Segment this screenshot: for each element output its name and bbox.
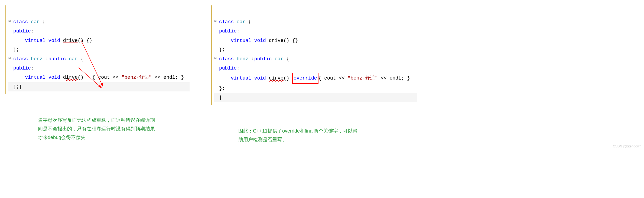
kw-public: public <box>254 56 272 62</box>
type-car: car <box>275 56 283 62</box>
right-panel: ⊟class car { public: virtual void drive(… <box>211 5 417 144</box>
kw-void: void <box>254 38 266 43</box>
kw-public: public <box>13 65 31 71</box>
fold-icon: ⊟ <box>8 54 13 62</box>
annotation-line: 因此：C++11提供了override和final两个关键字，可以帮 <box>238 127 390 135</box>
watermark: CSDN @biter down <box>613 144 641 148</box>
type-benz: benz <box>237 56 248 62</box>
string-literal: "benz-舒适" <box>122 75 152 80</box>
kw-virtual: virtual <box>25 38 45 43</box>
string-literal: "benz-舒适" <box>348 75 378 81</box>
type-benz: benz <box>31 56 43 62</box>
annotation-line: 助用户检测是否重写。 <box>238 135 390 144</box>
right-annotation: 因此：C++11提供了override和final两个关键字，可以帮 助用户检测… <box>238 127 390 144</box>
kw-class: class <box>13 19 28 25</box>
left-annotation: 名字母次序写反而无法构成重载，而这种错误在编译期 间是不会报出的，只有在程序运行… <box>38 116 168 142</box>
kw-class: class <box>219 19 234 25</box>
fn-drive: drive() {} <box>269 38 298 43</box>
fold-icon: ⊟ <box>214 54 219 62</box>
close-brace: }; <box>219 86 225 91</box>
kw-void: void <box>48 75 60 80</box>
main-container: ⊟class car { public: virtual void drive(… <box>5 5 639 144</box>
kw-void: void <box>254 75 266 81</box>
left-panel: ⊟class car { public: virtual void drive(… <box>5 5 190 142</box>
fn-dirve: dirve <box>63 75 78 80</box>
annotation-line: 名字母次序写反而无法构成重载，而这种错误在编译期 <box>38 116 168 124</box>
annotation-line: 才来debug会得不偿失 <box>38 133 168 142</box>
kw-void: void <box>48 38 60 43</box>
kw-override: override <box>294 75 317 81</box>
kw-class: class <box>219 56 234 62</box>
override-highlight: override <box>292 73 318 84</box>
type-car: car <box>69 56 77 62</box>
cursor: | <box>219 95 222 100</box>
kw-class: class <box>13 56 28 62</box>
kw-public: public <box>48 56 66 62</box>
left-code-block: ⊟class car { public: virtual void drive(… <box>5 5 190 94</box>
close-brace: }; <box>13 84 19 90</box>
kw-virtual: virtual <box>231 75 251 81</box>
cursor: | <box>19 84 22 90</box>
fn-drive: drive <box>63 38 78 43</box>
annotation-line: 间是不会报出的，只有在程序运行时没有得到预期结果 <box>38 124 168 133</box>
kw-public: public <box>219 65 237 71</box>
fn-dirve: dirve <box>269 75 284 81</box>
fold-icon: ⊟ <box>214 17 219 25</box>
right-code-block: ⊟class car { public: virtual void drive(… <box>211 5 417 105</box>
kw-public: public <box>219 28 237 34</box>
kw-public: public <box>13 28 31 34</box>
close-brace: }; <box>219 47 225 52</box>
type-car: car <box>31 19 40 25</box>
type-car: car <box>237 19 245 25</box>
kw-virtual: virtual <box>231 38 251 43</box>
close-brace: }; <box>13 47 19 52</box>
fold-icon: ⊟ <box>8 17 13 25</box>
kw-virtual: virtual <box>25 75 45 80</box>
